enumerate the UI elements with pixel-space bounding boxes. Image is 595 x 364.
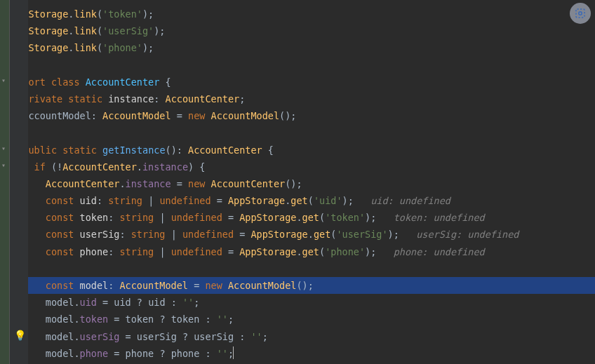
code-token: ; [228, 314, 234, 325]
code-token: private [22, 93, 62, 105]
code-token [57, 144, 62, 156]
code-line[interactable] [0, 124, 595, 141]
svg-point-1 [579, 12, 582, 15]
code-token: 'token' [102, 8, 142, 20]
code-line[interactable]: AppStorage.link('userSig'); [0, 22, 595, 39]
code-token: AppStorage [250, 229, 307, 240]
code-token: uid [80, 195, 97, 206]
text-cursor [233, 346, 234, 359]
code-token: (); [279, 110, 296, 121]
code-token: uid [148, 297, 171, 308]
code-token [74, 195, 79, 206]
code-token: = [171, 178, 188, 189]
code-token: uid [80, 297, 97, 308]
code-token: { [262, 144, 274, 156]
code-token: const [46, 195, 74, 206]
code-token: token [171, 314, 206, 325]
code-token: const [46, 212, 74, 223]
intention-bulb-icon[interactable]: 💡 [14, 327, 26, 344]
code-line[interactable]: export class AccountCenter { [0, 74, 595, 90]
code-token: . [308, 229, 314, 240]
code-line[interactable]: const phone: string | undefined = AppSto… [0, 243, 595, 260]
code-token: = [211, 195, 228, 206]
fold-marker-class[interactable]: ▾ [1, 74, 8, 81]
code-token: (); [296, 280, 313, 291]
code-token: 'phone' [325, 246, 365, 257]
code-editor[interactable]: AppStorage.link('token');AppStorage.link… [0, 0, 595, 362]
fold-marker-if[interactable]: ▾ [1, 159, 8, 166]
code-token: string [108, 195, 142, 206]
code-token: userSig [137, 331, 182, 342]
code-token: AccountCenter [166, 93, 240, 105]
code-token [80, 76, 86, 88]
code-token: phone [171, 348, 206, 359]
code-token: ( [319, 212, 325, 223]
code-line[interactable]: const model: AccountModel = new AccountM… [0, 277, 595, 294]
code-token [97, 144, 102, 156]
code-token: userSig [80, 229, 120, 240]
fold-marker-method[interactable]: ▾ [1, 142, 8, 149]
code-token: AccountCenter [46, 178, 120, 189]
editor-gutter-strip [0, 0, 10, 364]
code-line[interactable]: if (!AccountCenter.instance) { [0, 159, 595, 175]
code-line[interactable]: public static getInstance(): AccountCent… [0, 142, 595, 159]
code-line[interactable]: model.phone = phone ? phone : ''; [0, 345, 595, 362]
code-token: get [302, 212, 319, 223]
code-token: model. [46, 314, 80, 325]
code-token: : [91, 110, 102, 121]
code-token: getInstance [102, 144, 165, 156]
code-line[interactable]: const uid: string | undefined = AppStora… [0, 192, 595, 209]
code-line[interactable]: AccountCenter.instance = new AccountCent… [0, 175, 595, 192]
code-token: ( [97, 8, 102, 20]
code-token: get [302, 246, 319, 257]
code-token: phone [80, 348, 109, 359]
code-line[interactable]: const token: string | undefined = AppSto… [0, 209, 595, 226]
code-token: . [119, 178, 125, 189]
code-token: accountModel [22, 110, 91, 121]
code-token: : [205, 314, 216, 325]
code-token [74, 246, 79, 257]
code-token: phone [80, 246, 109, 257]
code-line[interactable]: AppStorage.link('token'); [0, 6, 595, 22]
code-token: | [142, 195, 159, 206]
code-token: ); [142, 42, 154, 53]
code-token: : [171, 297, 182, 308]
code-line[interactable]: model.uid = uid ? uid : ''; [0, 294, 595, 311]
code-token: '' [217, 348, 228, 359]
code-token: link [74, 8, 97, 20]
code-token: token [80, 314, 109, 325]
code-token: ) { [188, 161, 205, 173]
code-line[interactable] [0, 260, 595, 277]
code-token: '' [250, 331, 262, 342]
code-token: if [34, 161, 46, 173]
code-line[interactable]: model.token = token ? token : ''; [0, 311, 595, 328]
screenshot-button[interactable] [570, 3, 591, 24]
code-line[interactable] [0, 57, 595, 74]
code-line[interactable]: AppStorage.link('phone'); [0, 39, 595, 56]
code-token: model. [46, 331, 80, 342]
code-line[interactable]: accountModel: AccountModel = new Account… [0, 107, 595, 124]
code-token: link [74, 25, 97, 36]
code-line[interactable]: private static instance: AccountCenter; [0, 90, 595, 107]
code-token [74, 229, 79, 240]
code-token: new [188, 110, 205, 121]
code-token: ); [365, 246, 394, 257]
code-token: = [188, 280, 205, 291]
code-token: 'userSig' [336, 229, 387, 240]
code-token: token [126, 314, 160, 325]
code-token: AccountModel [102, 110, 171, 121]
code-token: 'uid' [314, 195, 342, 206]
code-token: : [119, 229, 131, 240]
code-token: get [290, 195, 307, 206]
code-token: token: undefined [394, 212, 485, 223]
code-line[interactable]: model.userSig = userSig ? userSig : ''; [0, 328, 595, 345]
code-token: (); [285, 178, 302, 189]
code-token: : [108, 280, 119, 291]
code-token [74, 280, 79, 291]
code-token: instance [108, 93, 154, 105]
code-token: new [188, 178, 205, 189]
code-token: ; [239, 93, 245, 105]
code-line[interactable]: const userSig: string | undefined = AppS… [0, 226, 595, 243]
code-token: '' [217, 314, 228, 325]
code-token: AppStorage [239, 246, 296, 257]
